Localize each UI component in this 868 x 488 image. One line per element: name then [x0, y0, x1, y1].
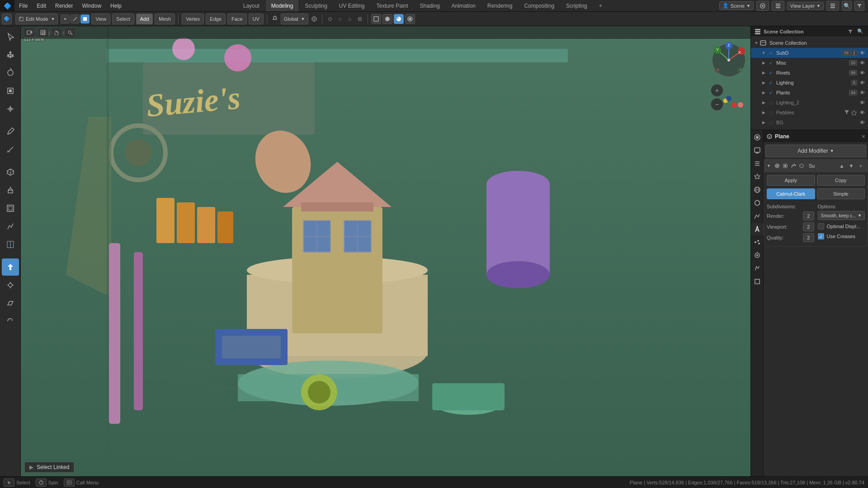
tool-add-cube[interactable] — [2, 164, 19, 181]
tool-bevel[interactable] — [2, 218, 19, 235]
use-creases-checkbox[interactable]: ✓ — [818, 233, 824, 239]
tab-layout[interactable]: Layout — [238, 0, 265, 11]
extra-icon[interactable]: ⌂ — [345, 14, 354, 23]
view-layer-extra-btn[interactable] — [826, 1, 839, 11]
props-tab-constraints[interactable] — [751, 262, 764, 275]
lighting-check[interactable]: ✓ — [767, 79, 774, 86]
call-menu-key-icon[interactable] — [64, 479, 75, 487]
transform-pivot-selector[interactable]: Global ▼ — [281, 14, 308, 24]
rivets-check[interactable]: ✓ — [767, 69, 774, 76]
props-tab-world[interactable] — [751, 183, 764, 196]
tool-inset[interactable] — [2, 200, 19, 217]
props-tab-physics[interactable] — [751, 249, 764, 262]
lighting2-visibility[interactable]: 👁 — [858, 99, 866, 107]
snap-magnet-icon[interactable] — [270, 14, 279, 23]
quality-value[interactable]: 2 — [803, 233, 814, 242]
misc-check[interactable]: ✓ — [767, 59, 774, 66]
scene-extra-btn[interactable] — [772, 1, 784, 11]
view-button[interactable]: View — [91, 14, 110, 24]
add-button[interactable]: Add — [136, 14, 153, 24]
view-layer-selector[interactable]: View Layer ▼ — [787, 2, 824, 10]
modifier-delete-btn[interactable]: × — [857, 162, 865, 170]
outliner-item-rivets[interactable]: ▶ ✓ Rivets 99 👁 — [751, 68, 868, 78]
tool-shrink-fatten[interactable] — [2, 277, 19, 294]
select-button[interactable]: Select — [112, 14, 134, 24]
wireframe-btn[interactable] — [371, 14, 381, 24]
tool-scale[interactable] — [2, 82, 19, 99]
misc-visibility[interactable]: 👁 — [858, 59, 866, 67]
tool-transform[interactable] — [2, 100, 19, 117]
outliner-scene-collection[interactable]: ▼ Scene Collection — [751, 38, 868, 48]
props-tab-object[interactable] — [751, 197, 764, 209]
zoom-in-btn[interactable]: + — [711, 84, 723, 97]
search-btn[interactable]: 🔍 — [842, 1, 852, 11]
mesh-display-vertices[interactable] — [61, 14, 70, 23]
tab-sculpting[interactable]: Sculpting — [299, 0, 332, 11]
tool-rotate[interactable] — [2, 64, 19, 81]
bg-check[interactable]: □ — [767, 119, 774, 126]
tool-spin[interactable] — [2, 313, 19, 330]
modifier-down-btn[interactable]: ▼ — [847, 162, 855, 170]
subd-visibility[interactable]: 👁 — [858, 49, 866, 57]
smooth-dropdown[interactable]: Smooth, keep c... ▼ — [818, 211, 865, 220]
tab-shading[interactable]: Shading — [415, 0, 445, 11]
props-tab-data[interactable] — [751, 275, 764, 288]
tab-modeling[interactable]: Modeling — [266, 0, 299, 11]
plants-check[interactable]: ✓ — [767, 89, 774, 96]
outliner-item-misc[interactable]: ▶ ✓ Misc 10 👁 — [751, 58, 868, 68]
edit-mode-selector[interactable]: Edit Mode ▼ — [15, 14, 58, 24]
tool-extrude[interactable] — [2, 182, 19, 199]
add-modifier-btn[interactable]: Add Modifier ▼ — [765, 145, 866, 157]
scene-properties-btn[interactable] — [756, 1, 769, 11]
optimal-displ-checkbox[interactable] — [818, 223, 824, 230]
menu-file[interactable]: File — [14, 0, 32, 11]
lighting2-check[interactable]: □ — [767, 99, 774, 106]
tool-active[interactable] — [2, 258, 19, 276]
simple-btn[interactable]: Simple — [817, 188, 865, 199]
face-button[interactable]: Face — [227, 14, 246, 24]
render-value[interactable]: 2 — [803, 211, 814, 221]
modifier-up-btn[interactable]: ▲ — [838, 162, 846, 170]
mesh-display-faces[interactable] — [80, 14, 90, 23]
viewport-hand-btn[interactable] — [51, 28, 62, 38]
pebbles-check[interactable]: □ — [767, 109, 774, 116]
menu-window[interactable]: Window — [77, 0, 106, 11]
props-tab-scene[interactable] — [751, 170, 764, 183]
props-tab-render[interactable] — [751, 131, 764, 144]
modifier-render-icon[interactable] — [782, 162, 789, 169]
props-tab-particles[interactable] — [751, 236, 764, 249]
tool-measure[interactable] — [2, 141, 19, 158]
copy-button[interactable]: Copy — [817, 175, 865, 186]
filter-btn[interactable] — [854, 1, 864, 11]
props-close-btn[interactable]: × — [862, 133, 865, 140]
bg-visibility[interactable]: 👁 — [858, 118, 866, 127]
tool-shear[interactable] — [2, 295, 19, 312]
select-key-icon[interactable] — [4, 479, 14, 487]
outliner-item-subd[interactable]: ▼ ✓ SubD 09 2 👁 — [751, 48, 868, 58]
lighting-visibility[interactable]: 👁 — [858, 79, 866, 87]
props-tab-modifiers[interactable] — [751, 223, 764, 235]
props-tab-object-data[interactable] — [751, 210, 764, 222]
tab-scripting[interactable]: Scripting — [561, 0, 593, 11]
edge-button[interactable]: Edge — [206, 14, 226, 24]
tab-animation[interactable]: Animation — [446, 0, 481, 11]
modifier-cage-icon[interactable] — [798, 162, 805, 169]
uv-button[interactable]: UV — [249, 14, 264, 24]
blender-mini-logo[interactable]: 🔷 — [2, 14, 12, 24]
mesh-display-edges[interactable] — [71, 14, 80, 23]
tool-move[interactable] — [2, 46, 19, 63]
rendered-btn[interactable] — [405, 14, 415, 24]
modifier-realtime-icon[interactable] — [774, 162, 781, 169]
material-preview-btn[interactable] — [394, 14, 404, 24]
modifier-header[interactable]: ▼ — [764, 160, 868, 172]
scene-selector[interactable]: 👤 Scene ▼ — [719, 1, 754, 10]
spin-key-icon[interactable] — [36, 479, 47, 487]
snap-icon[interactable]: ⊙ — [326, 14, 335, 23]
pivot-type-btn[interactable] — [310, 14, 319, 23]
proportional-icon[interactable]: ○ — [335, 14, 344, 23]
apply-button[interactable]: Apply — [767, 175, 815, 186]
viewport-grid-btn[interactable] — [37, 28, 49, 38]
tool-annotate[interactable] — [2, 123, 19, 140]
overlay-icon[interactable]: ⊞ — [355, 14, 364, 23]
outliner-item-bg[interactable]: ▶ □ BG 👁 — [751, 117, 868, 127]
